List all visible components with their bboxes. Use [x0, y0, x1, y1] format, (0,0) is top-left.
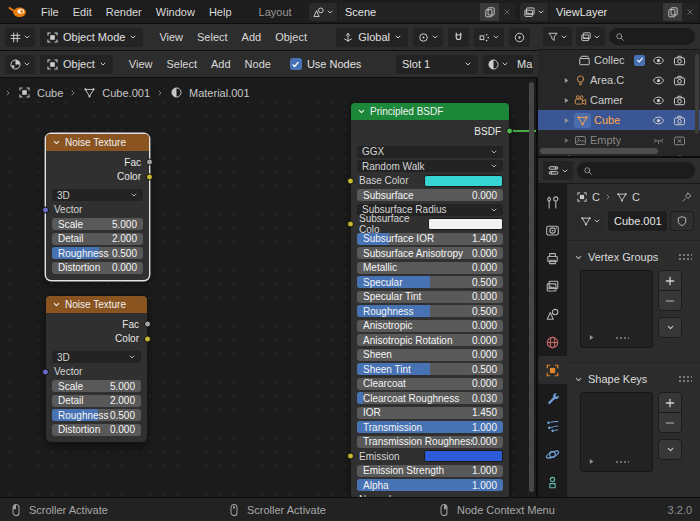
shader-menu-view[interactable]: View — [122, 55, 160, 73]
node-row-ior[interactable]: IOR1.450 — [357, 407, 503, 419]
outliner-row-camer[interactable]: Camer — [538, 90, 700, 110]
node-row-ggx[interactable]: GGX — [357, 146, 503, 158]
node-row-metallic[interactable]: Metallic0.000 — [357, 262, 503, 274]
workspace-tab-layout[interactable]: Layout — [251, 3, 300, 21]
node-row-subsurface-colo[interactable]: Subsurface Colo — [357, 218, 503, 230]
outliner-search-input[interactable] — [609, 28, 695, 45]
bsdf-socket[interactable] — [506, 128, 513, 135]
node-row-emission-strength[interactable]: Emission Strength1.000 — [357, 465, 503, 477]
collapse-chevron-icon[interactable] — [357, 107, 366, 116]
material-name-field[interactable]: Ma — [513, 55, 533, 74]
properties-search-input[interactable] — [577, 162, 695, 179]
properties-tab-physics[interactable] — [538, 440, 567, 468]
color-swatch[interactable] — [424, 450, 503, 462]
vertex-group-specials-button[interactable] — [658, 317, 682, 338]
properties-editor-type-button[interactable] — [543, 161, 573, 180]
node-header[interactable]: Noise Texture — [46, 134, 149, 151]
browse-mesh-button[interactable] — [576, 211, 605, 231]
outliner-row-cube[interactable]: Cube — [538, 110, 700, 130]
viewlayer-remove-button[interactable] — [682, 3, 698, 21]
outliner-vertical-scrollbar[interactable] — [695, 54, 699, 134]
node-row-base-color[interactable]: Base Color — [357, 175, 503, 187]
menu-edit[interactable]: Edit — [66, 3, 99, 21]
scene-copy-button[interactable] — [480, 3, 499, 21]
node-row-clearcoat[interactable]: Clearcoat0.000 — [357, 378, 503, 390]
node-row-specular-tint[interactable]: Specular Tint0.000 — [357, 291, 503, 303]
node-header[interactable]: Noise Texture — [46, 296, 147, 313]
properties-tab-particles[interactable] — [538, 412, 567, 440]
status-scroller-activate-1[interactable]: Scroller Activate — [227, 498, 326, 521]
node-row-roughness[interactable]: Roughness0.500 — [357, 305, 503, 317]
vertex-groups-panel-header[interactable]: Vertex Groups — [567, 247, 700, 267]
properties-tab-world[interactable] — [538, 328, 567, 356]
node-row-transmission[interactable]: Transmission1.000 — [357, 421, 503, 433]
fac-socket[interactable] — [146, 159, 153, 166]
menu-render[interactable]: Render — [99, 3, 149, 21]
collapse-chevron-icon[interactable] — [52, 138, 61, 147]
collection-checkbox[interactable] — [634, 55, 645, 66]
emission-socket[interactable] — [347, 453, 354, 460]
menu-file[interactable]: File — [34, 3, 66, 21]
node-row-sheen[interactable]: Sheen0.000 — [357, 349, 503, 361]
outliner-row-collec[interactable]: Collec — [538, 50, 700, 70]
node-row-3d[interactable]: 3D — [52, 351, 141, 363]
node-row-subsurface[interactable]: Subsurface0.000 — [357, 189, 503, 201]
collapse-chevron-icon[interactable] — [52, 300, 61, 309]
disable-in-renders-toggle[interactable] — [673, 54, 686, 67]
subsurface-colo-socket[interactable] — [347, 221, 354, 228]
proportional-editing-toggle[interactable] — [509, 28, 530, 47]
scene-selector-button[interactable] — [309, 3, 338, 21]
shape-keys-list[interactable] — [580, 392, 653, 472]
mode-dropdown[interactable]: Object Mode — [40, 28, 143, 47]
node-editor-scrollbar[interactable] — [529, 82, 534, 492]
resize-grip-icon[interactable] — [615, 336, 629, 341]
color-swatch[interactable] — [424, 175, 503, 187]
outliner-row-empty[interactable]: Empty — [538, 130, 700, 150]
node-row-emission[interactable]: Emission — [357, 450, 503, 462]
vertex-group-remove-button[interactable] — [658, 290, 682, 311]
shader-menu-select[interactable]: Select — [159, 55, 204, 73]
node-row-detail[interactable]: Detail2.000 — [52, 233, 143, 245]
node-row-3d[interactable]: 3D — [52, 189, 143, 201]
node-row-roughness[interactable]: Roughness0.500 — [52, 409, 141, 421]
shape-key-remove-button[interactable] — [658, 412, 682, 433]
viewlayer-selector-button[interactable] — [520, 3, 549, 21]
properties-tab-view-layer[interactable] — [538, 272, 567, 300]
shape-keys-panel-header[interactable]: Shape Keys — [567, 369, 700, 389]
viewport-menu-select[interactable]: Select — [190, 28, 235, 46]
node-row-clearcoat-roughness[interactable]: Clearcoat Roughness0.030 — [357, 392, 503, 404]
node-row-subsurface-anisotropy[interactable]: Subsurface Anisotropy0.000 — [357, 247, 503, 259]
shader-editor-type-button[interactable] — [5, 55, 35, 74]
fake-user-button[interactable] — [670, 211, 694, 231]
snap-toggle[interactable] — [448, 28, 469, 47]
expand-triangle-icon[interactable] — [587, 457, 596, 466]
properties-tab-modifiers[interactable] — [538, 384, 567, 412]
node-row-specular[interactable]: Specular0.500 — [357, 276, 503, 288]
shader-type-dropdown[interactable]: Object — [40, 55, 113, 74]
use-nodes-toggle[interactable]: Use Nodes — [290, 58, 361, 70]
disable-in-renders-toggle[interactable] — [673, 94, 686, 107]
use-nodes-checkbox[interactable] — [290, 58, 302, 70]
viewport-menu-view[interactable]: View — [152, 28, 190, 46]
pivot-point-dropdown[interactable] — [413, 28, 443, 47]
orientation-dropdown[interactable]: Global — [336, 28, 408, 47]
vector-socket[interactable] — [42, 206, 49, 213]
shader-menu-node[interactable]: Node — [238, 55, 278, 73]
node-row-scale[interactable]: Scale5.000 — [52, 218, 143, 230]
node-header[interactable]: Principled BSDF — [351, 103, 509, 120]
node-row-subsurface-ior[interactable]: Subsurface IOR1.400 — [357, 233, 503, 245]
disable-in-renders-toggle[interactable] — [673, 134, 686, 147]
shader-menu-add[interactable]: Add — [204, 55, 238, 73]
color-swatch[interactable] — [428, 218, 503, 230]
properties-tab-scene[interactable] — [538, 300, 567, 328]
viewlayer-name-field[interactable]: ViewLayer — [549, 3, 663, 21]
status-node-context-menu-2[interactable]: Node Context Menu — [437, 498, 555, 521]
vertex-groups-list[interactable] — [580, 270, 653, 348]
node-editor[interactable]: Cube Cube.001 Material.001 Noise Texture… — [0, 78, 538, 497]
expand-triangle-icon[interactable] — [587, 333, 596, 342]
disable-in-renders-toggle[interactable] — [673, 74, 686, 87]
outliner-row-area-c[interactable]: Area.C — [538, 70, 700, 90]
node-row-distortion[interactable]: Distortion0.000 — [52, 424, 141, 436]
blender-logo[interactable] — [8, 4, 27, 19]
mesh-name-field[interactable]: Cube.001 — [608, 211, 667, 231]
